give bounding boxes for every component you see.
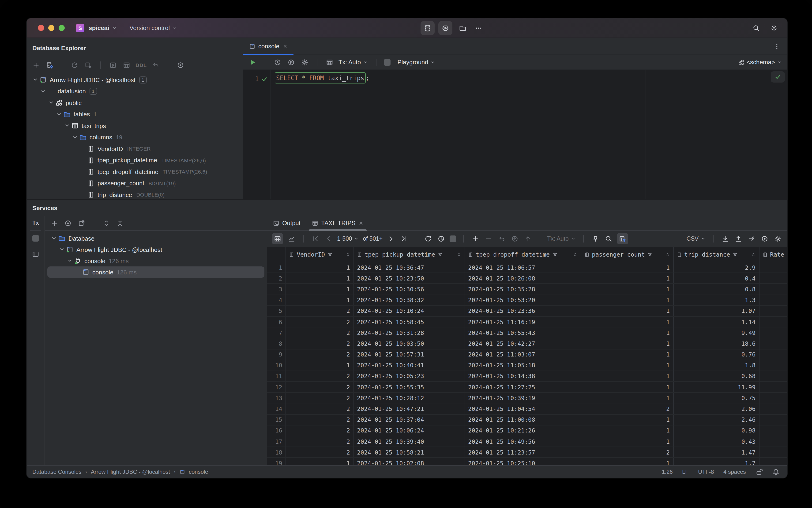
tree-item-arrow-flight-jdbc-localhost[interactable]: Arrow Flight JDBC - @localhost1 (27, 74, 243, 86)
cell-trip_distance[interactable]: 1.47 (673, 447, 759, 457)
cell-passenger_count[interactable]: 2 (581, 404, 673, 414)
cell-vendorid[interactable]: 2 (286, 338, 354, 349)
table-row[interactable]: 622024-01-25 10:58:452024-01-25 11:16:19… (267, 316, 787, 327)
add-row-icon[interactable] (471, 234, 480, 244)
cell-tpep_pickup_datetime[interactable]: 2024-01-25 10:58:45 (354, 316, 465, 327)
cell-passenger_count[interactable]: 1 (581, 327, 673, 338)
table-row[interactable]: 1222024-01-25 10:55:352024-01-25 11:27:2… (267, 382, 787, 393)
table-row[interactable]: 412024-01-25 10:38:322024-01-25 10:53:20… (267, 295, 787, 306)
cell-tpep_dropoff_datetime[interactable]: 2024-01-25 10:53:20 (465, 295, 581, 305)
table-row[interactable]: 522024-01-25 10:10:242024-01-25 10:23:36… (267, 306, 787, 316)
row-number[interactable]: 1 (267, 262, 286, 272)
cell-vendorid[interactable]: 2 (286, 447, 354, 457)
column-header-trip_distance[interactable]: trip_distance (673, 247, 759, 262)
cell-vendorid[interactable]: 2 (286, 414, 354, 425)
cell-passenger_count[interactable]: 1 (581, 360, 673, 370)
grid-settings-icon[interactable] (773, 234, 782, 244)
cell-trip_distance[interactable]: 1.07 (673, 306, 759, 316)
cell-vendorid[interactable]: 2 (286, 382, 354, 392)
open-table-icon[interactable] (122, 60, 131, 70)
cell-vendorid[interactable]: 2 (286, 404, 354, 414)
filter-funnel-icon[interactable] (732, 252, 738, 257)
cell-rate[interactable] (759, 447, 787, 457)
tree-item-tpep-pickup-datetime[interactable]: tpep_pickup_datetimeTIMESTAMP(26,6) (27, 155, 243, 166)
table-row[interactable]: 1122024-01-25 10:05:232024-01-25 10:14:3… (267, 371, 787, 382)
cell-passenger_count[interactable]: 1 (581, 371, 673, 381)
cell-tpep_dropoff_datetime[interactable]: 2024-01-25 11:04:54 (465, 404, 581, 414)
export-format-select[interactable]: CSV (687, 236, 706, 242)
layout-strip-icon[interactable] (32, 251, 39, 258)
cell-vendorid[interactable]: 2 (286, 306, 354, 316)
cell-vendorid[interactable]: 2 (286, 393, 354, 403)
project-selector[interactable]: spiceai (89, 25, 117, 32)
tree-item-columns[interactable]: columns19 (27, 132, 243, 143)
cell-rate[interactable] (759, 273, 787, 283)
cell-passenger_count[interactable]: 1 (581, 262, 673, 272)
row-number[interactable]: 15 (267, 414, 286, 425)
caret-position[interactable]: 1:26 (662, 469, 673, 475)
tab-console[interactable]: console (243, 38, 294, 55)
cell-rate[interactable] (759, 284, 787, 294)
sql-statement[interactable]: SELECT * FROM taxi_trips (275, 72, 366, 84)
cell-passenger_count[interactable]: 1 (581, 393, 673, 403)
attach-session-icon[interactable] (84, 60, 93, 70)
stop-button[interactable] (384, 59, 390, 66)
tree-item-vendorid[interactable]: VendorIDINTEGER (27, 143, 243, 155)
service-item-console[interactable]: console126 ms (47, 266, 264, 278)
cell-tpep_dropoff_datetime[interactable]: 2024-01-25 11:23:57 (465, 447, 581, 457)
close-icon[interactable] (358, 220, 364, 226)
cell-tpep_pickup_datetime[interactable]: 2024-01-25 10:37:04 (354, 414, 465, 425)
cell-tpep_pickup_datetime[interactable]: 2024-01-25 10:10:24 (354, 306, 465, 316)
cell-vendorid[interactable]: 2 (286, 436, 354, 447)
cell-tpep_pickup_datetime[interactable]: 2024-01-25 10:06:24 (354, 425, 465, 436)
cell-tpep_pickup_datetime[interactable]: 2024-01-25 10:57:31 (354, 349, 465, 359)
cell-trip_distance[interactable]: 0.98 (673, 425, 759, 436)
history-icon[interactable] (273, 57, 282, 67)
cell-tpep_dropoff_datetime[interactable]: 2024-01-25 10:23:36 (465, 306, 581, 316)
column-header-tpep_pickup_datetime[interactable]: tpep_pickup_datetime (354, 247, 465, 262)
sort-icon[interactable] (345, 252, 351, 257)
cell-rate[interactable] (759, 436, 787, 447)
table-row[interactable]: 112024-01-25 10:36:472024-01-25 11:06:57… (267, 262, 787, 273)
view-options-icon[interactable] (760, 234, 769, 244)
cell-tpep_pickup_datetime[interactable]: 2024-01-25 10:55:35 (354, 382, 465, 392)
zoom-window-button[interactable] (59, 25, 65, 31)
chevron-down-icon[interactable] (32, 76, 39, 84)
schema-select[interactable]: <schema> (738, 59, 782, 66)
find-in-grid-icon[interactable] (604, 234, 613, 244)
tree-item-datafusion[interactable]: undefineddatafusion1 (27, 86, 243, 97)
filter-funnel-icon[interactable] (552, 252, 558, 257)
stop-refresh-button[interactable] (450, 236, 456, 242)
chevron-down-icon[interactable] (55, 111, 63, 118)
database-tool-button[interactable] (420, 21, 435, 35)
tree-item-tables[interactable]: tables1 (27, 109, 243, 120)
column-header-tpep_dropoff_datetime[interactable]: tpep_dropoff_datetime (465, 247, 581, 262)
add-datasource-icon[interactable] (32, 60, 41, 70)
cell-passenger_count[interactable]: 1 (581, 414, 673, 425)
table-row[interactable]: 1422024-01-25 10:47:212024-01-25 11:04:5… (267, 404, 787, 414)
filter-funnel-icon[interactable] (327, 252, 333, 257)
cell-passenger_count[interactable]: 1 (581, 349, 673, 359)
search-everywhere-icon[interactable] (753, 25, 760, 32)
cell-tpep_dropoff_datetime[interactable]: 2024-01-25 11:05:18 (465, 360, 581, 370)
sort-icon[interactable] (665, 252, 670, 257)
cell-tpep_pickup_datetime[interactable]: 2024-01-25 10:30:56 (354, 284, 465, 294)
cell-rate[interactable] (759, 382, 787, 392)
project-folder-icon[interactable] (459, 25, 466, 32)
cell-tpep_pickup_datetime[interactable]: 2024-01-25 10:31:28 (354, 327, 465, 338)
tree-item-tpep-dropoff-datetime[interactable]: tpep_dropoff_datetimeTIMESTAMP(26,6) (27, 166, 243, 177)
import-data-icon[interactable] (734, 234, 743, 244)
filter-funnel-icon[interactable] (647, 252, 653, 257)
playground-select[interactable]: Playground (397, 59, 436, 66)
line-ending[interactable]: LF (682, 469, 689, 475)
navigate-back-icon[interactable] (151, 60, 160, 70)
filter-grid-button[interactable] (617, 233, 628, 244)
cell-rate[interactable] (759, 306, 787, 316)
cell-trip_distance[interactable]: 18.6 (673, 338, 759, 349)
cell-rate[interactable] (759, 360, 787, 370)
table-row[interactable]: 1322024-01-25 10:28:122024-01-25 10:39:1… (267, 393, 787, 404)
cell-tpep_dropoff_datetime[interactable]: 2024-01-25 10:14:38 (465, 371, 581, 381)
chevron-down-icon[interactable] (66, 257, 74, 264)
sort-icon[interactable] (572, 252, 578, 257)
service-item-database[interactable]: Database (47, 232, 264, 244)
